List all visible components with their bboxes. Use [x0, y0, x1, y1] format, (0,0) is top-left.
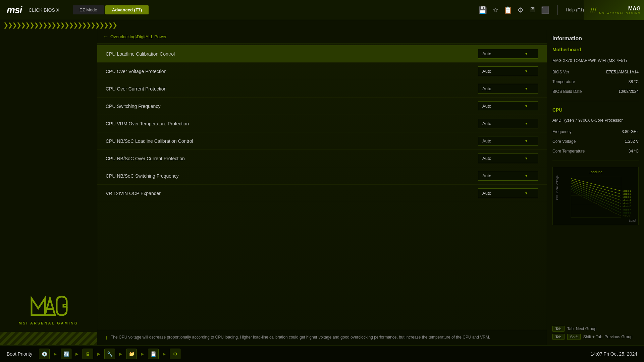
- dropdown-arrow-3: ▼: [525, 104, 528, 108]
- back-icon[interactable]: ↩: [104, 34, 108, 39]
- dropdown-arrow-8: ▼: [525, 191, 528, 195]
- loadline-title: Loadline: [555, 170, 636, 174]
- corevolt-value: 1.252 V: [625, 139, 639, 144]
- file-icon[interactable]: 📋: [504, 6, 512, 14]
- mode-switcher: EZ Mode Advanced (F7): [73, 5, 149, 14]
- dropdown-arrow-0: ▼: [525, 52, 528, 56]
- help-button[interactable]: Help (F1): [566, 7, 584, 12]
- setting-label-6: CPU NB/SoC Over Current Protection: [106, 156, 478, 161]
- boot-icon-7[interactable]: ⚙: [170, 349, 180, 359]
- mag-lines-icon: ///: [590, 6, 596, 14]
- key-hint-tab: Tab Tab: Next Group: [552, 326, 639, 332]
- panel-coretemp-row: Core Temperature 34 °C: [552, 149, 639, 154]
- dropdown-arrow-7: ▼: [525, 174, 528, 178]
- msi-logo: msi: [7, 5, 22, 15]
- bios-date-label: BIOS Build Date: [552, 89, 582, 94]
- setting-value-6: Auto ▼: [478, 154, 538, 163]
- svg-rect-4: [571, 177, 621, 218]
- info-note: ℹ The CPU voltage will decrease proporti…: [97, 330, 547, 345]
- setting-dropdown-6[interactable]: Auto ▼: [478, 154, 538, 163]
- info-text: The CPU voltage will decrease proportion…: [111, 335, 490, 340]
- svg-text:Mode 6: Mode 6: [623, 205, 631, 208]
- boot-priority-label: Boot Priority: [7, 351, 32, 357]
- setting-row-8[interactable]: VR 12IVIN OCP Expander Auto ▼: [97, 185, 547, 202]
- dropdown-selected-8: Auto: [482, 191, 491, 196]
- panel-title: Information: [552, 36, 639, 42]
- boot-icon-1[interactable]: 💿: [39, 349, 50, 359]
- bios-title: CLICK BIOS X: [29, 7, 59, 13]
- setting-dropdown-2[interactable]: Auto ▼: [478, 84, 538, 94]
- dropdown-arrow-1: ▼: [525, 69, 528, 73]
- advanced-mode-button[interactable]: Advanced (F7): [105, 5, 149, 14]
- setting-dropdown-4[interactable]: Auto ▼: [478, 119, 538, 128]
- right-panel: Information Motherboard MAG X870 TOMAHAW…: [547, 30, 644, 345]
- setting-dropdown-7[interactable]: Auto ▼: [478, 171, 538, 181]
- freq-label: Frequency: [552, 129, 572, 134]
- star-icon[interactable]: ☆: [492, 6, 498, 14]
- setting-row-1[interactable]: CPU Over Voltage Protection Auto ▼: [97, 63, 547, 80]
- boot-arrow-4: ▶: [119, 352, 122, 356]
- save-icon[interactable]: 💾: [479, 6, 487, 14]
- coretemp-value: 34 °C: [629, 149, 639, 154]
- boot-icon-5[interactable]: 📁: [126, 349, 137, 359]
- ez-mode-button[interactable]: EZ Mode: [73, 5, 104, 14]
- setting-label-1: CPU Over Voltage Protection: [106, 69, 478, 74]
- svg-marker-1: [45, 298, 55, 315]
- boot-arrow-6: ▶: [163, 352, 166, 356]
- boot-icon-6[interactable]: 💾: [148, 349, 159, 359]
- dropdown-arrow-4: ▼: [525, 122, 528, 125]
- breadcrumb-path: Overclocking\DigitALL Power: [110, 34, 167, 39]
- setting-row-7[interactable]: CPU NB/SoC Switching Frequency Auto ▼: [97, 167, 547, 185]
- mag-logo: /// MAG MSI ARSENAL GAMING: [584, 0, 644, 20]
- boot-icon-3[interactable]: 🖥: [83, 349, 93, 359]
- shift-tab-hint-label: Shift + Tab: Previous Group: [583, 335, 633, 339]
- setting-row-6[interactable]: CPU NB/SoC Over Current Protection Auto …: [97, 150, 547, 167]
- main-layout: MSI ARSENAL GAMING ↩ Overclocking\DigitA…: [0, 30, 644, 345]
- temperature-label: Temperature: [552, 79, 575, 84]
- screen-icon[interactable]: 🖥: [529, 6, 536, 14]
- svg-text:No OV: No OV: [623, 214, 630, 217]
- setting-row-3[interactable]: CPU Switching Frequency Auto ▼: [97, 98, 547, 115]
- left-sidebar: MSI ARSENAL GAMING: [0, 30, 97, 345]
- setting-dropdown-5[interactable]: Auto ▼: [478, 136, 538, 146]
- tab-badge: Tab: [552, 326, 565, 332]
- setting-row-0[interactable]: CPU Loadline Calibration Control Auto ▼: [97, 45, 547, 63]
- boot-icon-4[interactable]: 🔧: [104, 349, 115, 359]
- setting-label-7: CPU NB/SoC Switching Frequency: [106, 173, 478, 179]
- panel-divider-2: [552, 161, 639, 161]
- chip-icon[interactable]: ⬛: [541, 6, 549, 14]
- sidebar-stripe: [0, 332, 97, 345]
- loadline-y-label: CPU Core Voltage: [555, 175, 559, 200]
- setting-dropdown-3[interactable]: Auto ▼: [478, 101, 538, 111]
- dropdown-selected-4: Auto: [482, 121, 491, 126]
- setting-label-0: CPU Loadline Calibration Control: [106, 51, 478, 57]
- setting-dropdown-0[interactable]: Auto ▼: [478, 49, 538, 59]
- bios-ver-label: BIOS Ver: [552, 70, 569, 74]
- boot-icon-2[interactable]: 🔄: [61, 349, 71, 359]
- header: msi CLICK BIOS X EZ Mode Advanced (F7) 💾…: [0, 0, 644, 20]
- boot-arrow-3: ▶: [97, 352, 100, 356]
- content-area: ↩ Overclocking\DigitALL Power CPU Loadli…: [97, 30, 547, 345]
- setting-row-4[interactable]: CPU VRM Over Temperature Protection Auto…: [97, 115, 547, 132]
- setting-dropdown-8[interactable]: Auto ▼: [478, 188, 538, 198]
- setting-value-1: Auto ▼: [478, 66, 538, 76]
- dropdown-selected-0: Auto: [482, 51, 491, 56]
- panel-cpu-name: AMD Ryzen 7 9700X 8-Core Processor: [552, 118, 639, 123]
- setting-value-3: Auto ▼: [478, 101, 538, 111]
- setting-row-2[interactable]: CPU Over Current Protection Auto ▼: [97, 80, 547, 98]
- setting-dropdown-1[interactable]: Auto ▼: [478, 66, 538, 76]
- bios-date-value: 10/08/2024: [619, 89, 639, 94]
- setting-label-8: VR 12IVIN OCP Expander: [106, 191, 478, 196]
- setting-label-5: CPU NB/SoC Loadline Calibration Control: [106, 138, 478, 144]
- loadline-chart-container: Loadline CPU Core Voltage: [552, 167, 639, 225]
- temperature-value: 38 °C: [629, 79, 639, 84]
- dropdown-selected-6: Auto: [482, 156, 491, 161]
- sidebar-brand-label: MSI ARSENAL GAMING: [19, 321, 78, 325]
- boot-arrow-1: ▶: [54, 352, 57, 356]
- cpu-icon[interactable]: ⚙: [518, 6, 524, 14]
- setting-value-7: Auto ▼: [478, 171, 538, 181]
- panel-cpu-title: CPU: [552, 107, 639, 113]
- setting-row-5[interactable]: CPU NB/SoC Loadline Calibration Control …: [97, 132, 547, 150]
- panel-freq-row: Frequency 3.80 GHz: [552, 129, 639, 134]
- panel-bios-ver-row: BIOS Ver E7E51AMSI.1A14: [552, 70, 639, 74]
